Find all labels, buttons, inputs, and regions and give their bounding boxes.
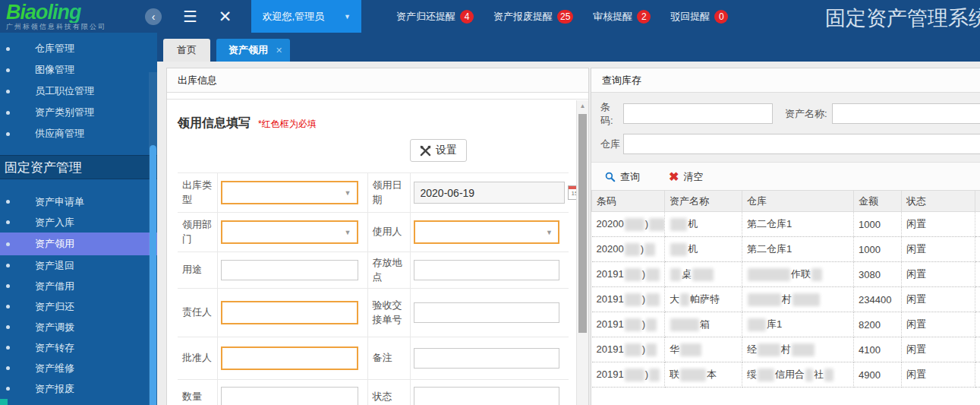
sidebar-item-top-1[interactable]: 图像管理 <box>0 59 157 81</box>
column-header[interactable]: 金额 <box>854 191 902 212</box>
select-field-r1c1[interactable] <box>221 220 358 244</box>
sidebar-item-label: 资产入库 <box>35 216 74 229</box>
tab-close-icon[interactable]: ✕ <box>276 46 282 55</box>
redacted-blur <box>646 268 660 281</box>
table-row[interactable]: 20191)大帕萨特村234400闲置 <box>592 287 980 312</box>
column-header[interactable]: 仓库 <box>742 191 854 212</box>
column-header[interactable] <box>975 191 980 212</box>
sidebar-item-top-3[interactable]: 资产类别管理 <box>0 102 157 123</box>
notif-label: 资产报废提醒 <box>493 10 553 24</box>
notif-audit[interactable]: 审核提醒 2 <box>593 10 651 24</box>
table-row[interactable]: 20191)华经村4100闲置 <box>592 337 980 362</box>
sidebar-scrollbar[interactable] <box>149 72 157 405</box>
sidebar-item-bot-5[interactable]: 资产归还 <box>0 296 157 317</box>
table-cell: 箱 <box>665 312 742 337</box>
bullet-icon <box>6 200 10 204</box>
text-field-r4c2[interactable] <box>414 348 560 369</box>
cell-text: ) <box>645 369 648 380</box>
text-field-r2c1[interactable] <box>221 260 358 280</box>
user-menu-button[interactable]: 欢迎您,管理员 ▼ <box>251 0 361 33</box>
sidebar-section-title[interactable]: 固定资产管理 <box>0 155 157 179</box>
tab-1[interactable]: 资产领用✕ <box>216 39 290 62</box>
table-cell: 村 <box>742 287 854 312</box>
table-cell: 234400 <box>854 287 902 312</box>
form-scrollbar[interactable]: ▲ <box>576 100 588 405</box>
tab-0[interactable]: 首页 <box>163 39 210 62</box>
sidebar-item-top-0[interactable]: 仓库管理 <box>0 38 157 59</box>
warehouse-input[interactable] <box>623 134 980 154</box>
sidebar-item-bot-8[interactable]: 资产维修 <box>0 358 157 378</box>
chevron-down-icon: ▼ <box>344 13 351 21</box>
settings-button[interactable]: 设置 <box>410 139 467 162</box>
sidebar-item-bot-9[interactable]: 资产报废 <box>0 378 157 399</box>
sidebar: 仓库管理图像管理员工职位管理资产类别管理供应商管理 固定资产管理资产申请单资产入… <box>0 33 157 405</box>
table-row[interactable]: 20191)联本绥信用合社4900闲置 <box>592 362 980 388</box>
sidebar-item-bot-0[interactable]: 资产申请单 <box>0 191 157 212</box>
notif-asset-scrap[interactable]: 资产报废提醒 25 <box>493 10 573 24</box>
collapse-sidebar-button[interactable]: ‹ <box>145 8 162 25</box>
table-cell: 闲置 <box>902 337 975 362</box>
bullet-icon <box>6 242 10 246</box>
text-field-r3c1[interactable] <box>221 301 358 324</box>
cell-text: ) <box>642 268 645 280</box>
form-row: 领用部门▼使用人▼ <box>178 213 569 252</box>
notif-badge: 0 <box>714 10 728 24</box>
system-title: 固定资产管理系统 <box>825 5 980 32</box>
redacted-blur <box>692 268 714 281</box>
form-scrollbar-thumb[interactable] <box>578 114 587 333</box>
menu-toggle-button[interactable]: ☰ <box>183 8 197 26</box>
column-header[interactable]: 资产名称 <box>665 191 742 212</box>
table-cell: 20191) <box>592 262 665 287</box>
sidebar-item-top-2[interactable]: 员工职位管理 <box>0 81 157 102</box>
cell-text: 第二仓库1 <box>747 218 792 229</box>
text-field-r5c1[interactable] <box>221 387 358 405</box>
text-field-r5c2[interactable] <box>414 387 560 405</box>
clear-button[interactable]: ✖ 清空 <box>669 169 703 184</box>
close-all-button[interactable]: ✕ <box>219 8 232 26</box>
select-field-r0c1[interactable] <box>221 181 358 204</box>
sidebar-item-bot-3[interactable]: 资产退回 <box>0 255 157 276</box>
table-cell <box>975 362 980 388</box>
asset-name-input[interactable] <box>832 103 980 124</box>
sidebar-item-bot-2[interactable]: 资产领用 <box>0 233 157 255</box>
table-cell: 绥信用合社 <box>742 362 854 388</box>
table-cell: 桌 <box>665 262 742 287</box>
tab-label: 首页 <box>177 43 197 57</box>
date-input[interactable] <box>414 182 565 204</box>
redacted-blur <box>680 343 701 356</box>
sidebar-item-top-4[interactable]: 供应商管理 <box>0 123 157 144</box>
scroll-up-icon[interactable]: ▲ <box>577 100 588 112</box>
sidebar-item-bot-1[interactable]: 资产入库 <box>0 212 157 233</box>
text-field-r2c2[interactable] <box>414 260 560 280</box>
required-hint: *红色框为必填 <box>258 118 317 131</box>
sidebar-item-bot-7[interactable]: 资产转存 <box>0 337 157 358</box>
text-field-r4c1[interactable] <box>221 346 358 370</box>
table-row[interactable]: 20191)箱库18200闲置 <box>592 312 980 337</box>
column-header[interactable]: 条码 <box>592 191 665 212</box>
redacted-blur <box>625 293 641 306</box>
notif-reject[interactable]: 驳回提醒 0 <box>670 10 728 24</box>
text-field-r3c2[interactable] <box>414 302 560 323</box>
query-label: 查询 <box>620 170 640 184</box>
chevron-left-icon: ‹ <box>152 11 156 23</box>
sidebar-item-bot-4[interactable]: 资产借用 <box>0 276 157 296</box>
barcode-input[interactable] <box>623 103 773 124</box>
redacted-blur <box>649 218 665 231</box>
select-field-r1c2[interactable] <box>414 220 560 244</box>
barcode-label: 条码: <box>600 100 620 127</box>
redacted-blur <box>670 318 699 331</box>
table-row[interactable]: 20200)机第二仓库11000闲置 <box>592 237 980 262</box>
column-header[interactable]: 状态 <box>902 191 975 212</box>
cell-text: 库1 <box>767 318 782 330</box>
table-row[interactable]: 20191)桌作联3080闲置 <box>592 262 980 287</box>
cell-text: 本 <box>707 369 717 380</box>
query-button[interactable]: 查询 <box>605 170 640 184</box>
table-row[interactable]: 20200)机第二仓库11000闲置 <box>592 212 980 237</box>
cell-text: 联 <box>670 369 679 380</box>
sidebar-scrollbar-thumb[interactable] <box>150 145 156 405</box>
table-cell: 闲置 <box>902 362 975 388</box>
table-cell: 4100 <box>854 337 902 362</box>
sidebar-item-bot-6[interactable]: 资产调拨 <box>0 317 157 337</box>
notif-asset-return[interactable]: 资产归还提醒 4 <box>396 10 474 24</box>
cell-text: 闲置 <box>906 293 926 305</box>
